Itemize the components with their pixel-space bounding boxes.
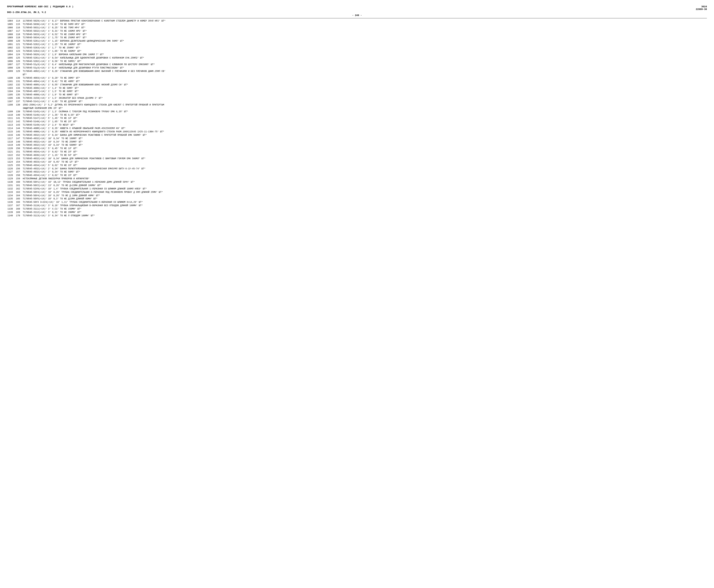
row-content: НСТЕКЛЯННЫЕ ДЕТАЛИ ЛАБСБУРКИ ПРИБОРОВ И … <box>22 177 707 181</box>
row-content: T170б4б-4033(=14)' 10' 0,45' TO ЖЕ 1Л' Ш… <box>22 161 707 164</box>
row-num1: 1085 <box>7 23 16 26</box>
row-content: T170б4б-5263(=14)' 1' 1,7' TO ЖЕ 250МЛ' … <box>22 46 707 50</box>
table-row: 1089119T170б4б-5034(=14)' 1' 1,75' TO ЖЕ… <box>7 36 707 40</box>
row-num2: 131 <box>16 80 22 83</box>
row-num1: 1108 <box>7 103 16 107</box>
row-num1: 1138 <box>7 207 16 211</box>
row-num1: 1091 <box>7 43 16 46</box>
row-num2: 154 <box>16 161 22 164</box>
row-content: T170б4б-3111(=14)' 3' У,С1' TO ЖЕ 150МН'… <box>22 207 707 211</box>
row-num2: 127 <box>16 63 22 66</box>
row-content: T170б4б-5147(=14)' 5' 1,45' TO ЖЕ 1Л' ШТ… <box>22 117 707 120</box>
table-row: 1097127T170б4б-51у3(=14)' 1' 0,4' КАПЕЛЬ… <box>7 63 707 66</box>
row-num1: 1089 <box>7 36 16 40</box>
table-row: 1130160T170б4б-50У1(=14)' 10' 1Ю,13' ТРУ… <box>7 181 707 184</box>
row-num2: 125 <box>16 56 22 60</box>
table-row: 1137167T170б4б-3110(=14)' 3' 0,16' ТРУБК… <box>7 204 707 207</box>
row-num1: 1124 <box>7 161 16 164</box>
row-num2: 142 <box>16 120 22 123</box>
table-row: 1107137T170б4б-5141(=14)' 1' 4,65' TO ЖЕ… <box>7 100 707 103</box>
row-content: T170б4б-50У4(=14)' 10' 0,26' ТРУБКА СОЕД… <box>22 191 707 194</box>
row-num2: 137 <box>16 100 22 103</box>
row-num1: 1095 <box>7 56 16 60</box>
row-num2: 169 <box>16 211 22 214</box>
row-num2: 168 <box>16 207 22 211</box>
row-num2: 164 <box>16 194 22 197</box>
row-num1: 1127 <box>7 170 16 174</box>
row-num2: 115 <box>16 23 22 26</box>
table-row: 1125155T170б4б-4934(=14)' 5' 0,62' TO ЖЕ… <box>7 164 707 167</box>
table-row: 1133163T170б4б-50У4(=14)' 10' 0,26' ТРУБ… <box>7 191 707 194</box>
row-num2: 138 <box>16 103 22 107</box>
table-row: 1087117T170б4б-5032(=14)' 1' 0,31' TO ЖЕ… <box>7 29 707 33</box>
table-row: 1092122T170б4б-5263(=14)' 1' 1,7' TO ЖЕ … <box>7 46 707 50</box>
row-num2: 152 <box>16 154 22 157</box>
row-content: T170б4б-4096(=14)' 1' 1,4' TO ЖЕ 50МЛ' Ш… <box>22 87 707 90</box>
row-content: T170б4б-5033(=14)' 1' 0,52' TO ЖЕ 150МЛ … <box>22 33 707 36</box>
row-num2: 148 <box>16 140 22 144</box>
row-num2: 165 <box>16 197 22 201</box>
row-content: T170б4б-4094(=14)' 1' 0,41' TO ЖЕ 40МЛ' … <box>22 80 707 83</box>
row-num1: 1131 <box>7 184 16 187</box>
row-num2: 161 <box>16 184 22 187</box>
row-num2: 166 <box>16 201 22 204</box>
row-num2: 136 <box>16 97 22 100</box>
row-num1: 1126 <box>7 167 16 171</box>
header-title-left: ПРОГРАММНЫЙ КОМПЛЕКС АВЛ-3ЕС ( РЕДАКЦИЯ … <box>7 5 73 11</box>
table-row: 1117147T170б4б-4932(=14)' 10' 0,34' TO Ж… <box>7 137 707 140</box>
doc-number-top: 3624 <box>696 5 707 8</box>
row-content: T170б4б-5261(=14)' 1' 1,15' ВОРОНКА ДЕЛИ… <box>22 40 707 43</box>
row-num1: 1110 <box>7 113 16 117</box>
table-row: 1085115T170б4б-5030(=14)' 1' 0,24' TO ЖЕ… <box>7 23 707 26</box>
row-content: T170б4б-4932(=14)' 10' 0,34' TO ЖЕ 500МЛ… <box>22 144 707 147</box>
row-content: T170б4б-4934(=14)' 5' 0,62' TO ЖЕ 2Л' ШТ… <box>22 164 707 167</box>
row-num1: 1119 <box>7 144 16 147</box>
row-content: T170б4б-5030(=14)' 1' 0,24' TO ЖЕ 56МЛ Н… <box>22 23 707 26</box>
row-num1: 1135 <box>7 197 16 201</box>
row-num2: 129 <box>16 70 22 73</box>
table-row: 1138168T170б4б-3111(=14)' 3' У,С1' TO ЖЕ… <box>7 207 707 211</box>
table-row: 1119149T170б4б-4932(=14)' 10' 0,34' TO Ж… <box>7 144 707 147</box>
row-content: T170б4б-4008(=14)' 1' 0,35' КЮВЕТА ИЗ НЕ… <box>22 130 707 133</box>
row-content: ЗАЩИТНЫМ КОЛПАЧКОМ ЕМК 2Л' ШТ* <box>22 107 707 110</box>
page-number: - 249 - <box>7 14 707 17</box>
table-row: 1136166T170б4б-50У3 3=224(=14)' 10' 1,11… <box>7 201 707 204</box>
table-row: 1115145T170б4б-4008(=14)' 1' 0,35' КЮВЕТ… <box>7 130 707 133</box>
row-num2: 134 <box>16 90 22 93</box>
row-num1: 1134 <box>7 194 16 197</box>
row-num1: 1136 <box>7 201 16 204</box>
row-content: T170б4б-50У1(=14)' 10' 1Ю,13' ТРУБКА СОЕ… <box>22 181 707 184</box>
row-content: T170б4б-5031(=14)' 1' 0,25' TO ЖЕ 75МЛ Н… <box>22 26 707 29</box>
row-num2: 132 <box>16 83 22 87</box>
row-content: T170б4б-3110(=14)' 3' 0,16' ТРУБКА ХЛОРК… <box>22 204 707 207</box>
row-num1: 1105 <box>7 93 16 97</box>
main-table: 10841141170б4б-5029(=14)' 1' 0,17' ВОРОН… <box>7 19 707 217</box>
table-row: 1093123T170б4б-5264(=14)' 1' 1,65' TO ЖЕ… <box>7 50 707 53</box>
row-num1: 1093 <box>7 50 16 53</box>
table-row: 1120150T170б4б-4033(=14)' 5' 0,45' TO ЖЕ… <box>7 147 707 150</box>
row-num2: 126 <box>16 60 22 63</box>
row-num1: 1113 <box>7 123 16 127</box>
row-content: T170б4б-50У2(=14)' 13' 0,26' TO ЖЕ Д=15М… <box>22 184 707 187</box>
row-num2: 143 <box>16 123 22 127</box>
table-row: 1123153T170б4б-4032(=14)' 10' 0,34' БАНК… <box>7 157 707 161</box>
row-num1: 1107 <box>7 100 16 103</box>
row-num2: 147 <box>16 137 22 140</box>
table-row: 1128158T170б4б-4934(=14)' 1' 0,62' TO ЖЕ… <box>7 174 707 177</box>
row-content: T170б4б-4093(=14)' 1' 0,29' TO ЖЕ 30МЛ' … <box>22 77 707 80</box>
row-content: T170б4б-5148(=14)' 3' 1,65' TO ЖЕ 2Л' ШТ… <box>22 120 707 123</box>
row-num1: 1121 <box>7 150 16 154</box>
table-row: 10841141170б4б-5029(=14)' 1' 0,17' ВОРОН… <box>7 19 707 23</box>
row-content: T170б4б-4097(=14)' 1' 1,5' TO ЖЕ 60МЛ' Ш… <box>22 90 707 93</box>
row-num2: 114 <box>16 19 22 23</box>
row-num1: 1112 <box>7 120 16 123</box>
row-num1: 1133 <box>7 191 16 194</box>
row-num2: 123 <box>16 50 22 53</box>
row-content: T170б4б-50У4(=14)' 10' 0,26' TO ЖЕ Д 10М… <box>22 194 707 197</box>
row-content: T170б4б-51у3(=14)' 1' 0,4' КАПЕЛЬНИЦА ДЛ… <box>22 66 707 70</box>
table-row: 1116146T170б4б-4932(=14)' 3' 0,34' БАНКА… <box>7 133 707 137</box>
row-num1: 1125 <box>7 164 16 167</box>
row-content: T170б4б-5262(=14)' 1' 1,25' TO ЖЕ 100МЛ'… <box>22 43 707 46</box>
row-num1: 1101 <box>7 80 16 83</box>
row-num1: 1098 <box>7 66 16 70</box>
